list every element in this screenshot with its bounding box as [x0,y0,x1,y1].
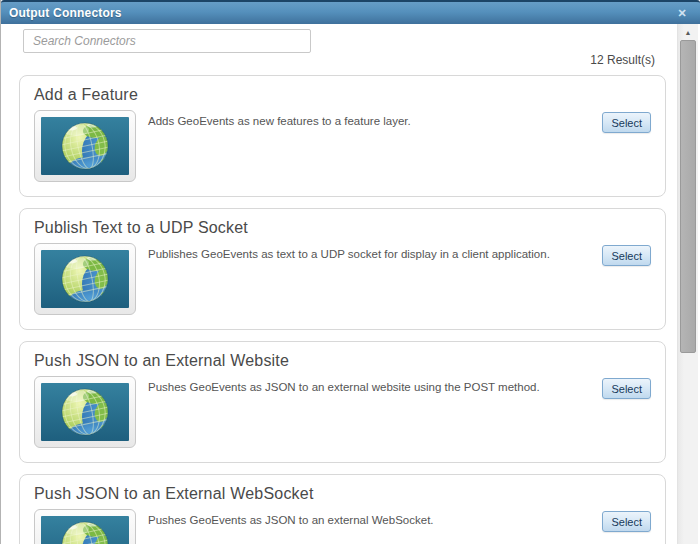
connector-card: Push JSON to an External Website Pushes … [19,341,666,463]
globe-frame [34,376,136,448]
select-button[interactable]: Select [602,378,651,399]
card-description: Pushes GeoEvents as JSON to an external … [148,380,602,396]
select-button[interactable]: Select [602,245,651,266]
card-title: Push JSON to an External Website [34,352,651,370]
select-button[interactable]: Select [602,511,651,532]
select-button[interactable]: Select [602,112,651,133]
scroll-up-button[interactable]: ▲ [678,24,698,40]
close-icon: ✕ [677,5,686,21]
connector-card: Push JSON to an External WebSocket Pushe… [19,474,666,544]
card-title: Add a Feature [34,86,651,104]
output-connectors-dialog: Output Connectors ✕ 12 Result(s) Add a F… [0,0,700,544]
connector-card: Add a Feature Adds GeoEvents as new feat… [19,75,666,197]
scroll-up-icon: ▲ [685,29,692,36]
connector-card: Publish Text to a UDP Socket Publishes G… [19,208,666,330]
card-description: Publishes GeoEvents as text to a UDP soc… [148,247,602,263]
globe-image [41,516,129,544]
card-description: Pushes GeoEvents as JSON to an external … [148,513,602,529]
globe-frame [34,110,136,182]
globe-image [41,250,129,308]
globe-image [41,383,129,441]
globe-frame [34,243,136,315]
globe-image [41,117,129,175]
scrollbar-track[interactable]: ▲ [677,24,698,544]
search-input[interactable] [23,29,311,53]
card-description: Adds GeoEvents as new features to a feat… [148,114,602,130]
card-title: Publish Text to a UDP Socket [34,219,651,237]
results-count: 12 Result(s) [590,53,655,67]
card-title: Push JSON to an External WebSocket [34,485,651,503]
dialog-title: Output Connectors [1,6,122,20]
globe-frame [34,509,136,544]
dialog-content: 12 Result(s) Add a Feature Adds GeoEvent… [1,24,676,544]
scrollbar-thumb[interactable] [680,40,696,353]
close-button[interactable]: ✕ [674,5,690,21]
connector-list: Add a Feature Adds GeoEvents as new feat… [19,75,666,544]
dialog-titlebar: Output Connectors ✕ [1,0,700,24]
